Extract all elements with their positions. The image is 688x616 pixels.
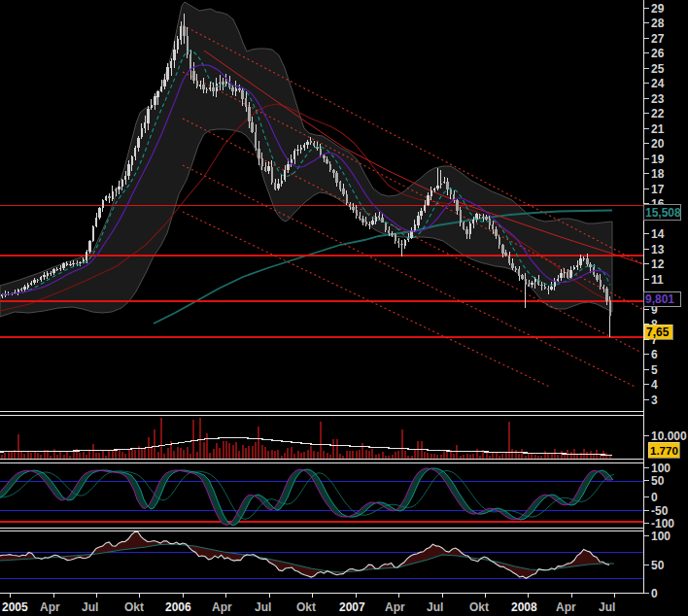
svg-text:19: 19: [651, 153, 665, 166]
svg-text:12: 12: [651, 257, 665, 271]
svg-text:2007: 2007: [339, 600, 365, 614]
svg-text:Apr: Apr: [556, 600, 576, 614]
svg-text:4: 4: [651, 378, 658, 392]
svg-text:Apr: Apr: [40, 600, 60, 614]
svg-text:1.770: 1.770: [650, 445, 678, 457]
svg-text:21: 21: [651, 122, 665, 136]
svg-text:29: 29: [651, 2, 665, 16]
svg-text:22: 22: [651, 107, 665, 120]
svg-text:Okt: Okt: [469, 600, 489, 614]
svg-text:9,801: 9,801: [645, 292, 674, 306]
svg-text:7,65: 7,65: [646, 325, 670, 339]
svg-text:0: 0: [651, 491, 658, 504]
svg-text:2006: 2006: [165, 600, 191, 614]
svg-text:Apr: Apr: [385, 600, 405, 614]
svg-text:6: 6: [651, 348, 658, 361]
svg-text:Jul: Jul: [255, 600, 271, 614]
svg-text:10.000: 10.000: [651, 429, 687, 443]
svg-text:23: 23: [651, 92, 665, 106]
svg-text:20: 20: [651, 137, 665, 151]
svg-text:Apr: Apr: [212, 600, 232, 614]
svg-text:100: 100: [651, 530, 671, 543]
svg-text:Jul: Jul: [599, 600, 615, 614]
svg-text:17: 17: [651, 183, 665, 196]
svg-text:3: 3: [651, 394, 658, 407]
svg-text:25: 25: [651, 62, 665, 76]
svg-text:50: 50: [651, 559, 665, 572]
svg-text:2005: 2005: [2, 600, 28, 614]
svg-text:26: 26: [651, 47, 665, 60]
svg-text:0: 0: [651, 587, 658, 600]
svg-text:2008: 2008: [511, 600, 537, 614]
svg-text:15,508: 15,508: [645, 206, 681, 220]
svg-text:Jul: Jul: [427, 600, 443, 614]
svg-text:Jul: Jul: [82, 600, 98, 614]
svg-text:Okt: Okt: [296, 600, 316, 614]
svg-text:100: 100: [651, 462, 671, 475]
svg-text:5: 5: [651, 363, 658, 377]
svg-text:11: 11: [651, 273, 664, 287]
svg-text:50: 50: [651, 474, 665, 488]
svg-text:14: 14: [651, 227, 665, 241]
svg-text:18: 18: [651, 167, 665, 181]
svg-text:28: 28: [651, 17, 665, 30]
svg-text:13: 13: [651, 243, 665, 257]
svg-text:Okt: Okt: [124, 600, 144, 614]
svg-text:24: 24: [651, 77, 665, 90]
svg-text:27: 27: [651, 32, 665, 46]
svg-text:-50: -50: [651, 504, 669, 518]
